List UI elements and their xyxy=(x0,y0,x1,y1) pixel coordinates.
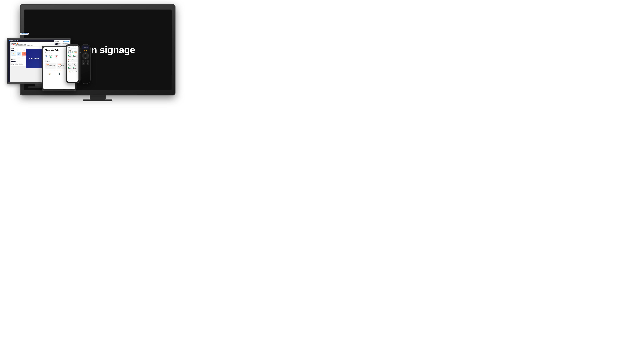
phone-device-3[interactable]: Kitchen Monitor-2 xyxy=(68,59,72,62)
tab-devices[interactable]: 📱 xyxy=(58,73,60,75)
remote-power-button[interactable] xyxy=(84,50,85,51)
progress-fill-2 xyxy=(57,70,60,70)
remote-wifi-button[interactable]: 📶 xyxy=(86,50,87,51)
phone-device-5[interactable]: Advertisement-2 Coffee Shop xyxy=(68,63,74,67)
media-tab-playlist[interactable]: Playlist (1) xyxy=(14,50,18,51)
app-sidebar xyxy=(8,41,10,82)
screens-tab-all[interactable]: All (2) xyxy=(55,43,58,45)
phone-device-list: Kitchen Monitor-1 Kitchen Area Kitchen M… xyxy=(68,55,78,70)
power-dot xyxy=(84,50,85,51)
phone-offline: Offline 0 xyxy=(72,51,74,53)
device-row-4: Monitor-1 Monitor-2 Orange Store xyxy=(68,67,78,70)
device-dot-3 xyxy=(68,59,69,59)
remote-back-button[interactable]: ← xyxy=(82,60,84,62)
phone-screen: Your Organization's Name Link: /am12JM08… xyxy=(67,45,78,82)
screens-arrow: › xyxy=(59,41,59,42)
phone-bottom-bar: 🏠 📱 ⊞ xyxy=(68,70,78,72)
home-icon: 🏠 xyxy=(49,73,51,75)
org-sub: Link: /am12JM08341N0t0n xyxy=(68,48,78,49)
reset-button[interactable]: ⟳ Reset xyxy=(87,62,89,65)
sidebar-item-4[interactable] xyxy=(9,45,10,46)
folder-thumb: 📁 xyxy=(11,52,16,55)
media-tab-all[interactable]: All (2) xyxy=(11,50,14,51)
reset-label: Reset xyxy=(87,64,88,65)
media-item-photo[interactable]: 🖼 Sample Photo xyxy=(22,52,27,57)
tab-published[interactable]: Published (1) xyxy=(11,61,16,62)
add-screen-button[interactable]: + Add Screen xyxy=(64,41,69,42)
remote-mid-buttons: ← ⚙ ℹ xyxy=(82,60,89,62)
phone-device-2[interactable]: Kitchen Monitor-2 Kitchen Area xyxy=(73,55,78,58)
remote-settings-button[interactable]: ⚙ xyxy=(85,60,86,62)
phone-overview-grid: Total 97 Online 97 Offline 0 License Lef… xyxy=(68,51,78,53)
dpad-up-button[interactable]: ▲ xyxy=(85,52,86,54)
phone-grid-icon[interactable]: ⊞ xyxy=(76,71,77,72)
device-dot-6 xyxy=(74,63,75,63)
remote-mini-screen: Today's Menu xyxy=(82,45,89,49)
phone-devices-icon[interactable]: 📱 xyxy=(72,71,74,72)
sidebar-item-1[interactable] xyxy=(9,42,10,43)
screens-tab-default[interactable]: Default (0) xyxy=(58,43,62,45)
playlist-thumb: 🎵 xyxy=(17,52,21,55)
photo-label: Sample Photo xyxy=(22,56,26,56)
schedule-title: Schedule › xyxy=(11,59,16,60)
schedule-name-cell: Sample Schedule 09:00:00 AM - 05:30:00 P… xyxy=(11,63,18,65)
reboot-reset-row: ↺ Reboot ⟳ Reset xyxy=(82,62,89,65)
media-item-playlist[interactable]: 🎵 Example Playlist xyxy=(16,52,21,57)
phone-total: Total 97 xyxy=(68,51,69,53)
progress-2 xyxy=(57,70,64,70)
device-row-1: Kitchen Monitor-1 Kitchen Area Kitchen M… xyxy=(68,55,78,58)
remote-top-buttons: 📶 xyxy=(84,50,87,51)
remote-control: Today's Menu 📶 ▲ ▼ ◀ ▶ OK ← ⚙ ℹ xyxy=(80,44,90,84)
dpad-left-button[interactable]: ◀ xyxy=(82,55,83,56)
overview-online: Online 0 xyxy=(49,55,52,59)
dpad-down-button[interactable]: ▼ xyxy=(85,58,86,59)
col-repeat-header: Repeat xyxy=(19,62,26,62)
device-1-id: G072JM08346S0165 xyxy=(46,65,55,66)
device-dot-1 xyxy=(68,55,69,56)
create-folder-btn[interactable]: + Create Folder xyxy=(11,51,16,52)
screens-header: Screens › + Add Screen xyxy=(55,41,69,42)
reboot-label: Reboot xyxy=(82,64,84,65)
phone-online: Online 97 xyxy=(70,51,72,53)
media-arrow: › xyxy=(14,48,14,49)
reboot-button[interactable]: ↺ Reboot xyxy=(82,62,85,65)
org-name: Your Organization's Name xyxy=(68,46,78,48)
folder-label: New Folder xyxy=(12,56,15,56)
device-entry-1: Offline G072JM08346S0165 xyxy=(45,63,56,69)
phone-home-icon[interactable]: 🏠 xyxy=(69,71,70,72)
overview-offline: Offline 2 xyxy=(54,55,58,59)
promotion-banner: Promotion xyxy=(26,49,42,68)
create-playlist-popup[interactable]: Create Playlist xyxy=(20,32,29,34)
media-item-folder[interactable]: 📁 New Folder xyxy=(11,52,16,57)
device-row-3: Advertisement-2 Coffee Shop Today's Menu… xyxy=(68,63,78,67)
dpad: ▲ ▼ ◀ ▶ OK xyxy=(82,52,89,59)
tab-home[interactable]: 🏠 xyxy=(49,73,51,75)
phone-device-4[interactable]: Advertisement-1 xyxy=(72,59,78,62)
tv-stand xyxy=(90,95,106,99)
spacer xyxy=(85,62,86,65)
sidebar-item-2[interactable] xyxy=(9,43,10,44)
dpad-right-button[interactable]: ▶ xyxy=(88,55,89,56)
phone-overview-title: Overview xyxy=(68,50,78,51)
device-dot-5 xyxy=(68,63,69,63)
device-row-2: Kitchen Monitor-2 Advertisement-1 xyxy=(68,59,78,62)
dpad-ok-button[interactable]: OK xyxy=(84,54,87,57)
sidebar-item-3[interactable] xyxy=(9,44,10,45)
phone-device-1[interactable]: Kitchen Monitor-1 Kitchen Area xyxy=(68,55,72,58)
remote-body: Today's Menu 📶 ▲ ▼ ◀ ▶ OK ← ⚙ ℹ xyxy=(80,44,90,84)
notification-badge: 01 xyxy=(17,43,18,44)
overview-total: Total 2 xyxy=(45,55,47,59)
phone-device-8[interactable]: Monitor-2 Orange Store xyxy=(73,67,78,70)
remote-info-button[interactable]: ℹ xyxy=(87,60,89,62)
device-dot-4 xyxy=(72,59,73,59)
tab-draft[interactable]: Draft (2) xyxy=(16,61,20,62)
playlist-label: Example Playlist xyxy=(16,56,21,57)
media-tab-library[interactable]: Media Library (3) xyxy=(19,50,25,51)
notification-title: Notification 01 › xyxy=(11,43,18,44)
phone-devices-title: Devices xyxy=(68,54,78,54)
phone-device-7[interactable]: Monitor-1 xyxy=(68,67,72,70)
phone-device-6[interactable]: Today's Menu Coffee Shop xyxy=(74,63,78,67)
schedule-repeat-cell: Day 18 of every month until 08/18/2022 xyxy=(19,63,26,65)
app-logo-name: Playground xyxy=(10,40,16,41)
phone-license: License Left 25/65 xyxy=(74,51,77,53)
